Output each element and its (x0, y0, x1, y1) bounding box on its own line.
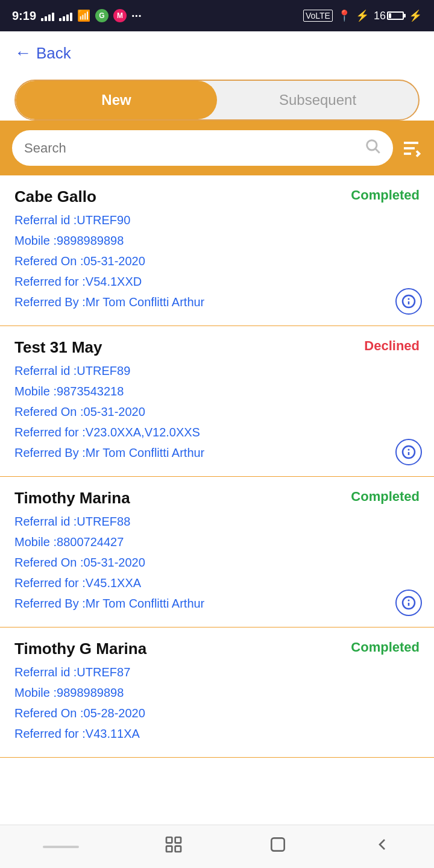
nav-handle (43, 846, 79, 848)
toggle-tabs: New Subsequent (14, 80, 420, 121)
refered-on-row: Refered On :05-31-2020 (14, 553, 420, 571)
referred-by-row: Referred By :Mr Tom Conflitti Arthur (14, 594, 420, 612)
svg-rect-16 (166, 846, 172, 852)
back-label: Back (36, 44, 71, 63)
referral-header: Cabe Gallo Completed (14, 187, 420, 206)
referral-list: Cabe Gallo Completed Referral id :UTREF9… (0, 175, 434, 758)
tab-new[interactable]: New (16, 81, 217, 119)
battery-level-text: 16 (374, 10, 386, 22)
tab-subsequent[interactable]: Subsequent (217, 81, 418, 119)
patient-name: Timothy Marina (14, 489, 130, 508)
svg-line-1 (376, 149, 379, 153)
svg-rect-15 (175, 837, 180, 843)
svg-rect-17 (175, 846, 180, 852)
referral-id-row: Referral id :UTREF90 (14, 211, 420, 229)
back-nav-button[interactable] (373, 835, 392, 858)
referral-header: Timothy G Marina Completed (14, 640, 420, 658)
refered-on-row: Refered On :05-28-2020 (14, 704, 420, 722)
svg-rect-14 (166, 837, 172, 843)
back-button[interactable]: ← Back (14, 43, 71, 63)
status-left: 9:19 📶 G M ··· (12, 9, 142, 23)
battery-indicator: 16 (374, 10, 404, 22)
status-bar: 9:19 📶 G M ··· VoLTE 📍 ⚡ 16 ⚡ (0, 0, 434, 31)
patient-name: Test 31 May (14, 338, 102, 357)
signal-bars-2 (59, 10, 72, 21)
refered-on-row: Refered On :05-31-2020 (14, 403, 420, 421)
patient-name: Cabe Gallo (14, 187, 96, 206)
status-badge: Completed (351, 187, 420, 203)
location-icon: 📍 (338, 9, 351, 22)
referral-header: Test 31 May Declined (14, 338, 420, 357)
status-right: VoLTE 📍 ⚡ 16 ⚡ (303, 9, 422, 22)
more-dots: ··· (131, 9, 142, 23)
square-button[interactable] (268, 835, 288, 858)
mobile-row: Mobile :9898989898 (14, 231, 420, 250)
referred-by-row: Referred By :Mr Tom Conflitti Arthur (14, 444, 420, 462)
referral-item: Test 31 May Declined Referral id :UTREF8… (0, 326, 434, 477)
time-display: 9:19 (12, 9, 36, 23)
home-button[interactable] (164, 835, 183, 858)
info-button[interactable] (395, 439, 422, 465)
info-button[interactable] (395, 288, 422, 315)
top-nav: ← Back (0, 31, 434, 75)
bottom-nav (0, 825, 434, 868)
battery-icon (387, 11, 404, 20)
search-input[interactable] (24, 140, 358, 156)
referred-for-row: Referred for :V43.11XA (14, 725, 420, 743)
referral-item: Cabe Gallo Completed Referral id :UTREF9… (0, 175, 434, 326)
patient-name: Timothy G Marina (14, 640, 146, 658)
app-icon-1: G (95, 9, 108, 22)
status-badge: Completed (351, 489, 420, 505)
signal-bars-1 (41, 10, 54, 21)
mobile-row: Mobile :8800724427 (14, 533, 420, 551)
referral-id-row: Referral id :UTREF87 (14, 663, 420, 681)
referred-for-row: Referred for :V45.1XXA (14, 574, 420, 592)
refered-on-row: Refered On :05-31-2020 (14, 252, 420, 270)
svg-rect-18 (271, 838, 284, 851)
referred-for-row: Referred for :V23.0XXA,V12.0XXS (14, 423, 420, 441)
search-wrapper (12, 130, 393, 166)
referral-item: Timothy Marina Completed Referral id :UT… (0, 477, 434, 627)
battery-fill (389, 13, 391, 18)
search-icon (364, 137, 381, 159)
referred-by-row: Referred By :Mr Tom Conflitti Arthur (14, 293, 420, 311)
bluetooth-icon: ⚡ (356, 9, 369, 22)
status-badge: Completed (351, 640, 420, 655)
vo-lte-icon: VoLTE (303, 10, 333, 22)
svg-point-0 (367, 140, 377, 150)
app-icon-2: M (113, 9, 127, 22)
status-badge: Declined (364, 338, 420, 354)
filter-button[interactable] (400, 137, 422, 159)
back-arrow-icon: ← (14, 43, 31, 63)
search-area (0, 121, 434, 175)
mobile-row: Mobile :9873543218 (14, 382, 420, 400)
mobile-row: Mobile :9898989898 (14, 684, 420, 702)
referral-header: Timothy Marina Completed (14, 489, 420, 508)
referral-id-row: Referral id :UTREF88 (14, 512, 420, 530)
wifi-icon: 📶 (77, 9, 90, 22)
referred-for-row: Referred for :V54.1XXD (14, 272, 420, 291)
referral-item: Timothy G Marina Completed Referral id :… (0, 627, 434, 758)
referral-id-row: Referral id :UTREF89 (14, 362, 420, 380)
charging-icon: ⚡ (409, 9, 422, 22)
info-button[interactable] (395, 590, 422, 616)
